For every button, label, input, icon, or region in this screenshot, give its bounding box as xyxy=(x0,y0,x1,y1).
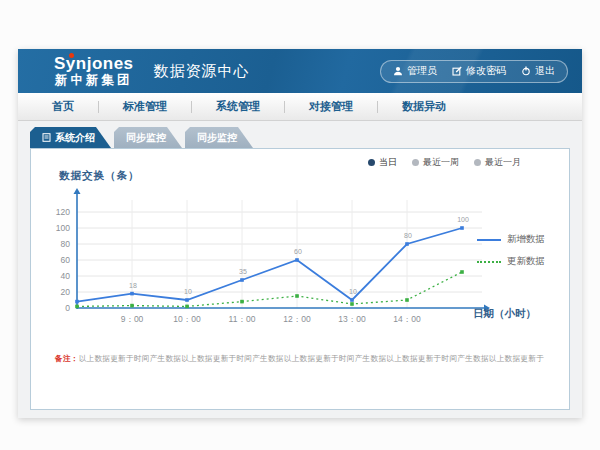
data-label: 100 xyxy=(457,216,469,223)
nav-item-standard-mgmt[interactable]: 标准管理 xyxy=(99,99,191,114)
footnote-prefix: 备注： xyxy=(55,354,79,363)
radio-label: 最近一周 xyxy=(423,156,459,169)
user-name-label: 管理员 xyxy=(407,64,437,78)
data-point xyxy=(405,298,409,302)
radio-last-week[interactable]: 最近一周 xyxy=(412,156,459,169)
main-nav: 首页 标准管理 系统管理 对接管理 数据异动 xyxy=(18,93,582,121)
x-tick-label: 9：00 xyxy=(121,314,144,324)
user-badge[interactable]: 管理员 xyxy=(393,64,437,78)
x-axis-label: 日期（小时） xyxy=(473,307,536,321)
y-tick-label: 0 xyxy=(65,303,70,313)
logout-label: 退出 xyxy=(535,64,555,78)
legend-item-new-data[interactable]: 新增数据 xyxy=(477,233,545,246)
tab-system-intro[interactable]: 系统介绍 xyxy=(30,127,111,148)
tab-label: 同步监控 xyxy=(126,131,166,145)
y-tick-label: 120 xyxy=(56,207,70,217)
edit-icon xyxy=(452,66,462,76)
radio-dot xyxy=(412,159,419,166)
tab-sync-monitor-2[interactable]: 同步监控 xyxy=(185,127,253,148)
data-point xyxy=(75,305,79,309)
radio-label: 最近一月 xyxy=(485,156,521,169)
legend-line-sample xyxy=(477,261,501,263)
x-tick-label: 13：00 xyxy=(338,314,366,324)
logo-accent-dot xyxy=(69,53,74,58)
logo-text-en: Synjones xyxy=(54,55,134,73)
power-icon xyxy=(521,66,531,76)
data-point xyxy=(295,294,299,298)
data-label: 80 xyxy=(404,232,412,239)
series-line-0 xyxy=(77,228,462,302)
data-point xyxy=(75,300,79,304)
change-password-button[interactable]: 修改密码 xyxy=(452,64,506,78)
data-point xyxy=(460,270,464,274)
data-point xyxy=(350,298,354,302)
user-icon xyxy=(393,66,403,76)
radio-dot xyxy=(474,159,481,166)
legend-line-sample xyxy=(477,239,501,241)
data-label: 10 xyxy=(349,288,357,295)
data-point xyxy=(130,292,134,296)
tab-sync-monitor-1[interactable]: 同步监控 xyxy=(114,127,182,148)
legend-label: 更新数据 xyxy=(507,255,545,268)
data-point xyxy=(240,278,244,282)
data-point xyxy=(185,298,189,302)
content-area: 系统介绍 同步监控 同步监控 当日 最近一周 xyxy=(18,121,582,410)
y-tick-label: 40 xyxy=(61,271,71,281)
chart-legend: 新增数据 更新数据 xyxy=(477,233,545,268)
tab-label: 系统介绍 xyxy=(55,131,95,145)
data-label: 35 xyxy=(239,268,247,275)
y-axis-arrow xyxy=(74,188,81,194)
tab-bar: 系统介绍 同步监控 同步监控 xyxy=(30,127,570,148)
footnote: 备注：以上数据更新于时间产生数据以上数据更新于时间产生数据以上数据更新于时间产生… xyxy=(55,354,553,365)
tab-label: 同步监控 xyxy=(197,131,237,145)
synjones-logo: Synjones 新中新集团 xyxy=(54,55,134,87)
page-title: 数据资源中心 xyxy=(154,62,250,81)
x-tick-label: 14：00 xyxy=(393,314,421,324)
line-chart-svg: 0204060801001209：0010：0011：0012：0013：001… xyxy=(41,180,511,340)
data-point xyxy=(185,305,189,309)
y-tick-label: 100 xyxy=(56,223,70,233)
x-tick-label: 10：00 xyxy=(173,314,201,324)
app-window: Synjones 新中新集团 数据资源中心 管理员 修改密码 退出 xyxy=(18,49,582,418)
logout-button[interactable]: 退出 xyxy=(521,64,555,78)
x-tick-label: 11：00 xyxy=(229,314,256,324)
data-label: 10 xyxy=(184,288,192,295)
nav-item-home[interactable]: 首页 xyxy=(28,99,98,114)
radio-label: 当日 xyxy=(379,156,397,169)
data-point xyxy=(240,300,244,304)
y-tick-label: 20 xyxy=(61,287,71,297)
legend-label: 新增数据 xyxy=(507,233,545,246)
change-password-label: 修改密码 xyxy=(466,64,506,78)
data-point xyxy=(460,226,464,230)
x-tick-label: 12：00 xyxy=(283,314,311,324)
app-header: Synjones 新中新集团 数据资源中心 管理员 修改密码 退出 xyxy=(18,49,582,93)
legend-item-update-data[interactable]: 更新数据 xyxy=(477,255,545,268)
radio-dot xyxy=(368,159,375,166)
user-menu: 管理员 修改密码 退出 xyxy=(380,60,568,83)
nav-item-data-change[interactable]: 数据异动 xyxy=(378,99,470,114)
data-point xyxy=(405,242,409,246)
page-background: Synjones 新中新集团 数据资源中心 管理员 修改密码 退出 xyxy=(0,0,600,450)
chart-panel: 当日 最近一周 最近一月 数据交换（条） 0204060801001209：00… xyxy=(30,148,570,410)
footnote-text: 以上数据更新于时间产生数据以上数据更新于时间产生数据以上数据更新于时间产生数据以… xyxy=(79,354,544,363)
data-point xyxy=(295,258,299,262)
data-label: 18 xyxy=(129,282,137,289)
data-label: 60 xyxy=(294,248,302,255)
document-icon xyxy=(42,133,51,142)
data-point xyxy=(130,304,134,308)
y-tick-label: 60 xyxy=(61,255,71,265)
radio-last-month[interactable]: 最近一月 xyxy=(474,156,521,169)
nav-item-interface-mgmt[interactable]: 对接管理 xyxy=(285,99,377,114)
data-point xyxy=(350,302,354,306)
y-tick-label: 80 xyxy=(61,239,71,249)
time-range-filters: 当日 最近一周 最近一月 xyxy=(368,156,521,169)
series-line-1 xyxy=(77,272,462,306)
logo-text-cn: 新中新集团 xyxy=(54,74,134,87)
nav-item-system-mgmt[interactable]: 系统管理 xyxy=(192,99,284,114)
radio-today[interactable]: 当日 xyxy=(368,156,397,169)
